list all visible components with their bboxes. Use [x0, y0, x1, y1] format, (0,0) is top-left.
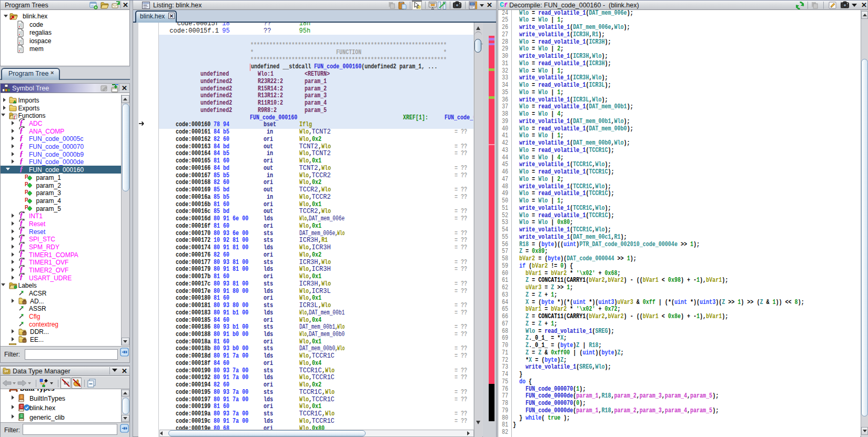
svg-text:DT: DT [5, 370, 9, 373]
